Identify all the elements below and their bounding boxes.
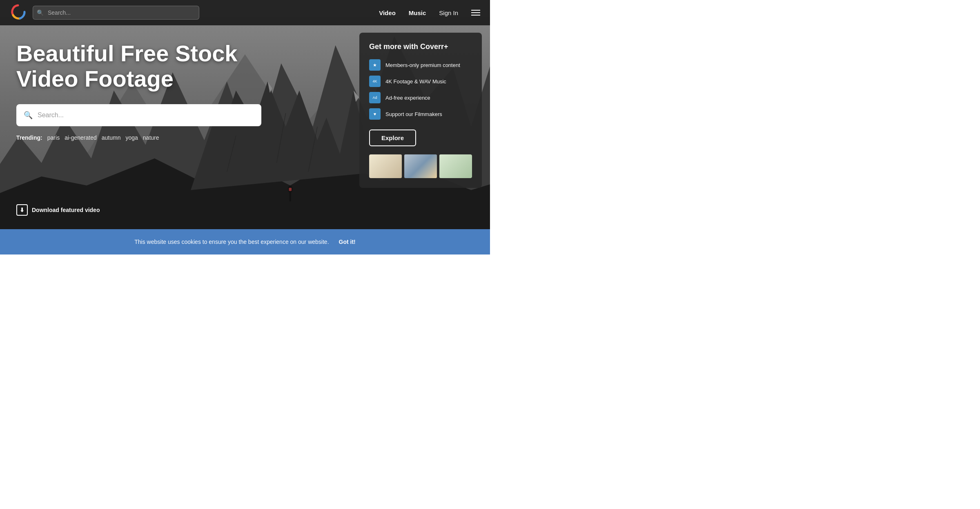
coverr-plus-card: Get more with Coverr+ ★ Members-only pre… (359, 33, 482, 188)
trending-tag-paris[interactable]: paris (47, 134, 60, 141)
preview-thumbnails (369, 154, 472, 178)
feature-premium-icon: ★ (369, 59, 381, 71)
coverr-plus-title: Get more with Coverr+ (369, 42, 472, 51)
trending-tag-nature[interactable]: nature (143, 134, 159, 141)
nav-links: Video Music Sign In (379, 9, 480, 16)
trending-label: Trending: (16, 134, 42, 141)
explore-button[interactable]: Explore (369, 129, 416, 146)
trending-tag-autumn[interactable]: autumn (102, 134, 121, 141)
hero-title: Beautiful Free Stock Video Footage (16, 41, 261, 91)
feature-filmmakers-icon: ♥ (369, 108, 381, 120)
feature-4k: 4K 4K Footage & WAV Music (369, 76, 472, 87)
feature-4k-icon: 4K (369, 76, 381, 87)
navbar: 🔍 Video Music Sign In (0, 0, 490, 25)
hero-search-wrap: 🔍 (16, 104, 261, 126)
cookie-banner: This website uses cookies to ensure you … (0, 229, 490, 254)
nav-search-icon: 🔍 (37, 9, 44, 16)
feature-4k-text: 4K Footage & WAV Music (385, 78, 446, 85)
trending-tag-ai[interactable]: ai-generated (65, 134, 97, 141)
download-icon: ⬇ (16, 204, 28, 216)
feature-filmmakers-text: Support our Filmmakers (385, 111, 442, 117)
trending: Trending: paris ai-generated autumn yoga… (16, 134, 261, 141)
preview-thumb-1 (369, 154, 402, 178)
download-featured-button[interactable]: ⬇ Download featured video (16, 204, 100, 216)
nav-search-wrap: 🔍 (33, 6, 199, 20)
logo[interactable] (10, 4, 26, 22)
feature-premium-text: Members-only premium content (385, 62, 460, 68)
nav-music-link[interactable]: Music (409, 9, 426, 16)
nav-video-link[interactable]: Video (379, 9, 396, 16)
feature-adfree: Ad Ad-free experience (369, 92, 472, 103)
hero-search-icon: 🔍 (24, 111, 33, 120)
svg-rect-16 (289, 188, 292, 191)
nav-signin-link[interactable]: Sign In (439, 9, 458, 16)
preview-thumb-3 (439, 154, 472, 178)
download-label: Download featured video (32, 207, 100, 213)
coverr-plus-features: ★ Members-only premium content 4K 4K Foo… (369, 59, 472, 120)
preview-thumb-2 (404, 154, 437, 178)
cookie-got-it-button[interactable]: Got it! (339, 239, 356, 245)
hero-content: Beautiful Free Stock Video Footage 🔍 Tre… (16, 41, 261, 141)
cookie-message: This website uses cookies to ensure you … (134, 239, 329, 245)
feature-adfree-icon: Ad (369, 92, 381, 103)
nav-search-input[interactable] (33, 6, 199, 20)
trending-tag-yoga[interactable]: yoga (125, 134, 138, 141)
feature-premium: ★ Members-only premium content (369, 59, 472, 71)
nav-menu-button[interactable] (471, 10, 480, 16)
feature-filmmakers: ♥ Support our Filmmakers (369, 108, 472, 120)
hero-search-input[interactable] (16, 104, 261, 126)
feature-adfree-text: Ad-free experience (385, 95, 430, 101)
